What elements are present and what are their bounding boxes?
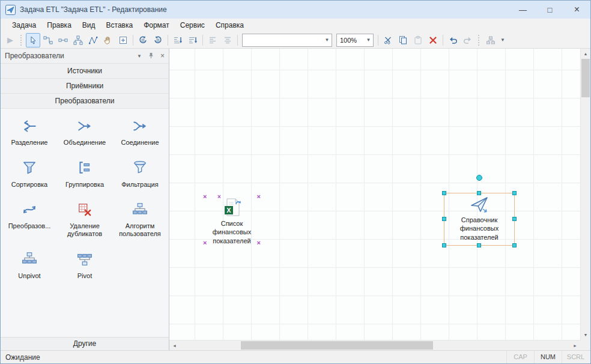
palette-item-label: Разделение [11,139,48,147]
chevron-down-icon: ▼ [364,37,373,43]
palette-item-union[interactable]: Объединение [57,118,112,147]
user-algorithm-icon [132,202,148,219]
sort-descending-icon [188,35,198,45]
panel-menu-icon[interactable]: ▼ [137,53,142,59]
palette-item-transform[interactable]: Преобразов... [2,202,57,238]
select-tool-button[interactable] [26,33,40,47]
scroll-right-icon[interactable]: ► [570,341,580,350]
panel-section-others[interactable]: Другие [1,337,169,350]
connector-line-icon [58,35,68,45]
connector-line-tool-button[interactable] [56,33,70,47]
minimize-button[interactable]: — [509,1,536,19]
palette-item-sort[interactable]: Сортировка [2,160,57,188]
align-left-icon [208,35,217,45]
anchor-mark: × [203,240,207,246]
layout-button[interactable] [483,33,498,47]
run-button[interactable]: ▶ [3,33,17,47]
vertical-scrollbar[interactable]: ▲ ▼ [580,49,590,340]
scroll-left-icon[interactable]: ◄ [169,341,180,350]
resize-handle[interactable] [512,243,517,247]
align-left-button[interactable] [205,33,220,47]
main-area: Преобразователи ▼ × Источники Приёмники … [1,49,590,350]
palette-item-group[interactable]: Группировка [57,160,112,188]
pin-icon[interactable] [148,52,154,60]
polyline-icon [88,35,98,45]
layout-dropdown-button[interactable]: ▼ [499,33,507,47]
polyline-tool-button[interactable] [86,33,100,47]
resize-handle[interactable] [442,243,446,247]
horizontal-scroll-thumb[interactable] [241,341,433,350]
align-center-button[interactable] [220,33,235,47]
copy-button[interactable] [396,33,410,47]
resize-handle[interactable] [442,217,446,221]
sort-descending-button[interactable] [186,33,200,47]
rotate-right-button[interactable] [151,33,165,47]
layout-tree-icon [486,35,496,45]
paste-button[interactable] [411,33,425,47]
panel-section-transformers[interactable]: Преобразователи [1,94,169,109]
redo-icon [463,35,473,45]
caps-lock-indicator: CAP [506,351,534,363]
connector-tree-tool-button[interactable] [71,33,85,47]
palette-item-pivot[interactable]: Pivot [57,251,112,279]
menu-help[interactable]: Справка [210,19,249,32]
connector-tool-button[interactable] [41,33,55,47]
palette-grid: Разделение Объединение Соединение Сортир… [1,109,169,337]
num-lock-indicator: NUM [534,351,562,363]
menu-view[interactable]: Вид [77,19,101,32]
palette-item-remove-duplicates[interactable]: Удаление дубликатов [57,202,112,238]
zoom-region-button[interactable] [116,33,130,47]
sort-ascending-button[interactable] [171,33,185,47]
cut-button[interactable] [381,33,395,47]
rotation-handle[interactable] [476,175,482,181]
panel-section-receivers[interactable]: Приёмники [1,79,169,94]
maximize-button[interactable]: □ [536,1,563,19]
close-button[interactable]: × [563,1,590,19]
paper-plane-icon [469,195,489,214]
palette-item-label: Преобразов... [8,222,51,230]
menu-format[interactable]: Формат [138,19,175,32]
palette-item-unpivot[interactable]: Unpivot [2,251,57,279]
canvas-node-reference[interactable]: Справочник финансовых показателей [444,193,515,246]
palette-item-user-algorithm[interactable]: Алгоритм пользователя [112,202,168,238]
canvas-node-source-list[interactable]: × × × × × X Список финансовых показателе… [205,197,258,245]
palette-item-label: Группировка [65,181,104,189]
rotate-left-button[interactable] [136,33,150,47]
palette-item-split[interactable]: Разделение [2,118,57,147]
scroll-up-icon[interactable]: ▲ [581,49,590,59]
panel-section-sources[interactable]: Источники [1,64,169,79]
app-icon [5,5,16,15]
diagram-canvas[interactable]: × × × × × X Список финансовых показателе… [169,49,590,350]
hand-icon [103,35,113,45]
menu-insert[interactable]: Вставка [101,19,139,32]
zoom-combobox[interactable]: 100% ▼ [336,34,374,47]
resize-handle[interactable] [477,243,481,247]
toolbar-grip [20,35,23,46]
titlebar: Задача ETL "Задача ETL" - Редактирование… [1,1,590,19]
undo-button[interactable] [446,33,460,47]
resize-handle[interactable] [512,191,517,195]
pan-tool-button[interactable] [101,33,115,47]
status-text: Ожидание [5,353,40,362]
palette-item-label: Алгоритм пользователя [114,222,166,238]
copy-icon [398,35,408,45]
menu-edit[interactable]: Правка [41,19,77,32]
connector-icon [43,35,53,45]
palette-item-join[interactable]: Соединение [112,118,168,147]
clipboard-icon [413,35,423,45]
delete-button[interactable] [426,33,440,47]
menu-task[interactable]: Задача [7,19,41,32]
scissors-icon [383,35,393,45]
menu-service[interactable]: Сервис [175,19,210,32]
palette-item-filter[interactable]: Фильтрация [112,160,168,188]
scroll-down-icon[interactable]: ▼ [581,330,590,340]
panel-close-icon[interactable]: × [160,52,165,60]
horizontal-scrollbar[interactable]: ◄ ► [169,340,580,350]
unpivot-icon [22,251,37,268]
resize-handle[interactable] [512,217,517,221]
redo-button[interactable] [461,33,475,47]
style-combobox[interactable]: ▼ [242,34,332,47]
resize-handle[interactable] [477,191,481,195]
resize-handle[interactable] [442,191,446,195]
vertical-scroll-thumb[interactable] [581,59,590,97]
